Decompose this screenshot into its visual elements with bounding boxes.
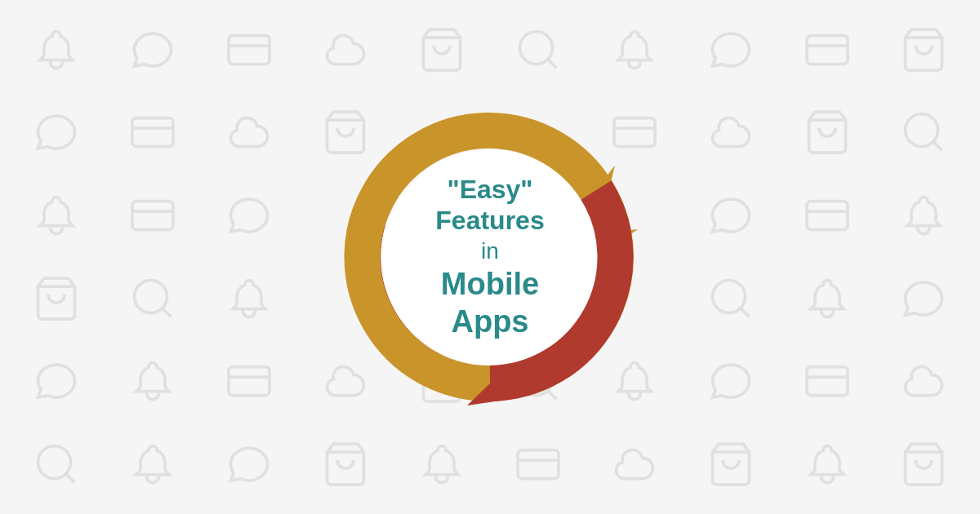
- heading-line4: Mobile: [400, 266, 580, 304]
- center-graphic: "Easy" Features in Mobile Apps: [0, 0, 980, 514]
- heading-line2: Features: [400, 205, 580, 236]
- heading-line1: "Easy": [400, 174, 580, 205]
- heading-line3: in: [400, 237, 580, 266]
- heading-line5: Apps: [400, 304, 580, 341]
- center-text: "Easy" Features in Mobile Apps: [400, 174, 580, 340]
- circle-arrow: "Easy" Features in Mobile Apps: [335, 102, 645, 412]
